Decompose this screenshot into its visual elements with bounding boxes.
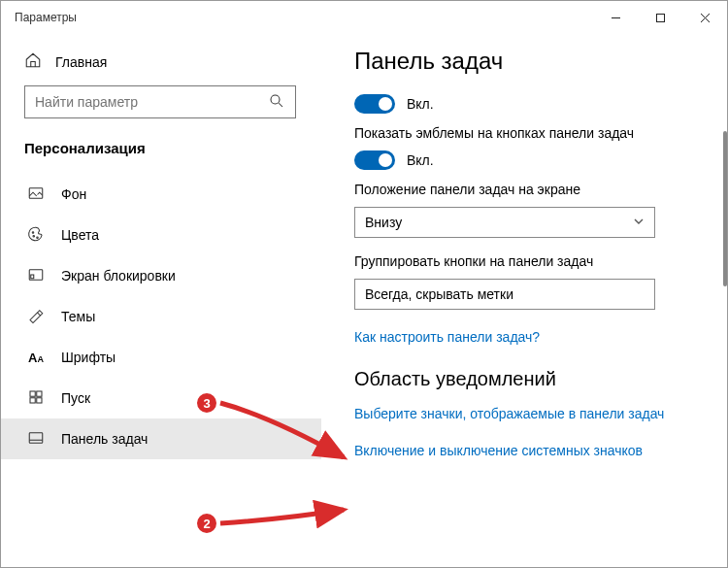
svg-point-9 bbox=[37, 237, 39, 239]
sidebar-item-label: Шрифты bbox=[61, 350, 116, 365]
section-title: Персонализация bbox=[24, 140, 321, 156]
sidebar-item-label: Экран блокировки bbox=[61, 268, 176, 284]
setting-label-position: Положение панели задач на экране bbox=[354, 182, 700, 197]
themes-icon bbox=[26, 307, 46, 327]
home-icon bbox=[24, 51, 42, 72]
chevron-down-icon bbox=[633, 216, 645, 229]
maximize-button[interactable] bbox=[638, 3, 682, 32]
combine-buttons-select[interactable]: Всегда, скрывать метки bbox=[354, 279, 655, 310]
help-link[interactable]: Как настроить панели задач? bbox=[354, 329, 700, 345]
setting-label-combine: Группировать кнопки на панели задач bbox=[354, 253, 700, 269]
main-content: Панель задач Вкл. Показать эмблемы на кн… bbox=[331, 34, 727, 567]
svg-rect-12 bbox=[30, 391, 35, 396]
svg-rect-15 bbox=[37, 397, 42, 402]
toggle-badges[interactable] bbox=[354, 150, 395, 170]
setting-label-badges: Показать эмблемы на кнопках панели задач bbox=[354, 125, 700, 141]
svg-rect-1 bbox=[656, 14, 664, 21]
search-icon bbox=[268, 92, 285, 113]
minimize-button[interactable] bbox=[593, 3, 638, 32]
svg-point-8 bbox=[33, 235, 35, 237]
window-title: Параметры bbox=[15, 11, 77, 24]
page-title: Панель задач bbox=[354, 48, 700, 75]
svg-rect-14 bbox=[30, 397, 35, 402]
sidebar-item-fonts[interactable]: AA Шрифты bbox=[24, 337, 321, 378]
home-nav[interactable]: Главная bbox=[24, 44, 321, 85]
scrollbar-thumb[interactable] bbox=[723, 131, 727, 286]
sidebar-item-taskbar[interactable]: Панель задач bbox=[1, 418, 321, 459]
sidebar-item-label: Пуск bbox=[61, 390, 90, 406]
svg-rect-13 bbox=[37, 391, 42, 396]
textbox-value: Всегда, скрывать метки bbox=[365, 286, 513, 302]
sidebar-item-colors[interactable]: Цвета bbox=[24, 215, 321, 255]
toggle-taskbar-on[interactable] bbox=[354, 94, 395, 114]
svg-point-7 bbox=[32, 231, 34, 233]
taskbar-icon bbox=[26, 429, 46, 450]
system-icons-link[interactable]: Включение и выключение системных значков bbox=[354, 443, 700, 458]
sidebar-item-label: Фон bbox=[61, 186, 86, 202]
svg-line-5 bbox=[279, 103, 282, 107]
svg-rect-11 bbox=[31, 275, 34, 279]
svg-point-4 bbox=[271, 95, 280, 104]
sidebar-item-label: Темы bbox=[61, 309, 95, 324]
start-icon bbox=[26, 388, 46, 409]
toggle-label: Вкл. bbox=[407, 152, 434, 168]
select-icons-link[interactable]: Выберите значки, отображаемые в панели з… bbox=[354, 406, 700, 421]
search-field[interactable] bbox=[35, 94, 268, 110]
fonts-icon: AA bbox=[26, 351, 46, 365]
sidebar-item-label: Цвета bbox=[61, 227, 99, 243]
picture-icon bbox=[26, 184, 46, 205]
dropdown-value: Внизу bbox=[365, 215, 402, 230]
sidebar-item-themes[interactable]: Темы bbox=[24, 296, 321, 337]
sidebar-item-lockscreen[interactable]: Экран блокировки bbox=[24, 255, 321, 296]
annotation-badge-3: 3 bbox=[195, 391, 218, 415]
sidebar-item-background[interactable]: Фон bbox=[24, 174, 321, 215]
sidebar-item-start[interactable]: Пуск bbox=[24, 378, 321, 418]
annotation-badge-2: 2 bbox=[195, 512, 218, 535]
toggle-label: Вкл. bbox=[407, 96, 434, 112]
home-label: Главная bbox=[55, 54, 107, 70]
palette-icon bbox=[26, 225, 46, 246]
taskbar-position-dropdown[interactable]: Внизу bbox=[354, 207, 655, 238]
close-button[interactable] bbox=[682, 3, 727, 32]
search-input[interactable] bbox=[24, 85, 296, 118]
sidebar: Главная Персонализация Фон Цвета bbox=[1, 34, 331, 567]
svg-rect-16 bbox=[29, 432, 43, 443]
sidebar-item-label: Панель задач bbox=[61, 431, 148, 447]
notification-area-heading: Область уведомлений bbox=[354, 368, 700, 390]
lockscreen-icon bbox=[26, 266, 46, 286]
